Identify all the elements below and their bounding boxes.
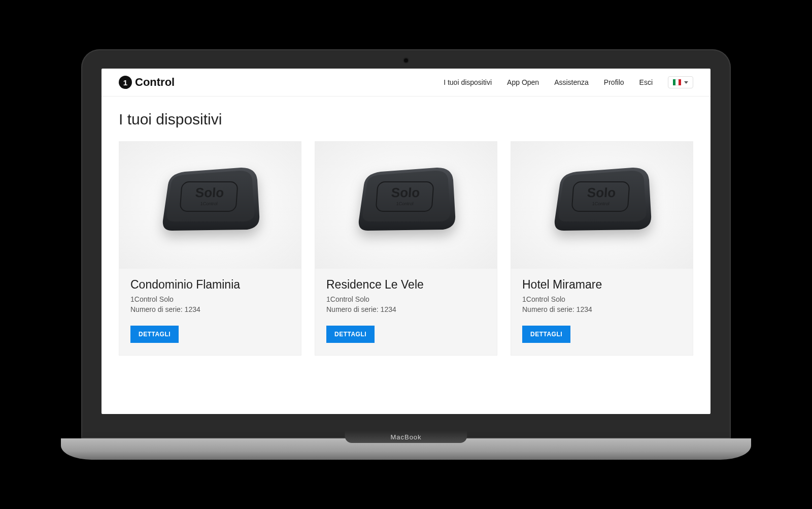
nav-app-open[interactable]: App Open [507,78,539,86]
app-viewport: 1 Control I tuoi dispositivi App Open As… [101,69,710,414]
details-button[interactable]: DETTAGLI [522,326,570,343]
device-name: Condominio Flaminia [130,278,290,292]
nav-devices[interactable]: I tuoi dispositivi [444,78,492,86]
device-card-body: Condominio Flaminia 1Control Solo Numero… [119,269,301,355]
device-name: Residence Le Vele [326,278,486,292]
device-image: Solo 1Control [119,142,301,269]
chevron-down-icon [684,81,688,84]
device-solo-icon: Solo 1Control [353,165,459,246]
details-button[interactable]: DETTAGLI [326,326,375,343]
device-card-body: Hotel Miramare 1Control Solo Numero di s… [511,269,693,355]
device-model: 1Control Solo [130,295,290,305]
nav-profile[interactable]: Profilo [604,78,624,86]
page-title: I tuoi dispositivi [119,111,693,128]
device-card: Solo 1Control Condominio Flaminia 1Contr… [119,141,301,356]
svg-text:Solo: Solo [391,185,420,200]
svg-text:1Control: 1Control [200,201,218,206]
device-name: Hotel Miramare [522,278,682,292]
laptop-mockup: 1 Control I tuoi dispositivi App Open As… [81,49,731,460]
svg-text:1Control: 1Control [592,201,610,206]
svg-text:Solo: Solo [587,185,616,200]
main-nav: I tuoi dispositivi App Open Assistenza P… [444,76,693,88]
device-solo-icon: Solo 1Control [549,165,655,246]
nav-logout[interactable]: Esci [639,78,653,86]
laptop-brand-label: MacBook [345,431,467,443]
device-serial: Numero di serie: 1234 [522,305,682,315]
svg-text:1Control: 1Control [396,201,414,206]
laptop-base: MacBook [61,438,751,460]
flag-italy-icon [673,79,681,85]
device-image: Solo 1Control [315,142,497,269]
device-solo-icon: Solo 1Control [157,165,263,246]
device-card-body: Residence Le Vele 1Control Solo Numero d… [315,269,497,355]
device-model: 1Control Solo [522,295,682,305]
brand-logo[interactable]: 1 Control [119,76,175,89]
laptop-screen-bezel: 1 Control I tuoi dispositivi App Open As… [81,49,731,438]
brand-name: Control [135,76,175,89]
language-selector[interactable] [668,76,693,88]
details-button[interactable]: DETTAGLI [130,326,179,343]
device-serial: Numero di serie: 1234 [130,305,290,315]
device-serial: Numero di serie: 1234 [326,305,486,315]
device-card: Solo 1Control Residence Le Vele 1Control… [315,141,497,356]
app-header: 1 Control I tuoi dispositivi App Open As… [101,69,710,97]
device-image: Solo 1Control [511,142,693,269]
device-model: 1Control Solo [326,295,486,305]
brand-mark-icon: 1 [119,76,132,89]
device-card: Solo 1Control Hotel Miramare 1Control So… [511,141,693,356]
camera-icon [404,58,408,62]
nav-assistance[interactable]: Assistenza [554,78,589,86]
device-card-grid: Solo 1Control Condominio Flaminia 1Contr… [119,141,693,356]
svg-text:Solo: Solo [195,185,224,200]
page-main: I tuoi dispositivi [101,97,710,370]
